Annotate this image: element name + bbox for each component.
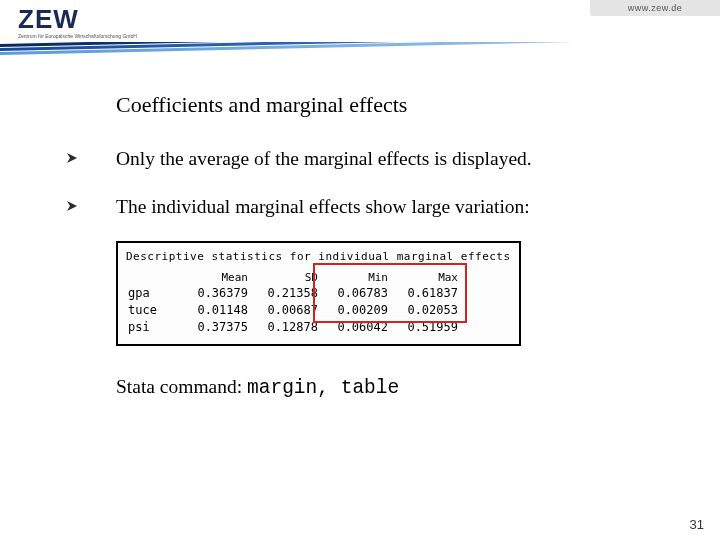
table-cell: 0.12878: [252, 319, 322, 336]
page-number: 31: [690, 517, 704, 532]
table-grid: Mean SD Min Max gpa 0.36379 0.21358 0.06…: [126, 270, 511, 336]
bullet-text: The individual marginal effects show lar…: [116, 194, 530, 220]
stats-table: Descriptive statistics for individual ma…: [116, 241, 521, 346]
table-header: [126, 270, 182, 285]
table-cell: 0.00687: [252, 302, 322, 319]
table-rowname: psi: [126, 319, 182, 336]
table-caption: Descriptive statistics for individual ma…: [126, 249, 511, 264]
table-cell: 0.02053: [392, 302, 462, 319]
table-rowname: tuce: [126, 302, 182, 319]
arrow-icon: [60, 146, 116, 164]
table-cell: 0.21358: [252, 285, 322, 302]
table-cell: 0.06042: [322, 319, 392, 336]
table-rowname: gpa: [126, 285, 182, 302]
table-cell: 0.61837: [392, 285, 462, 302]
table-cell: 0.01148: [182, 302, 252, 319]
table-cell: 0.51959: [392, 319, 462, 336]
table-cell: 0.36379: [182, 285, 252, 302]
table-header: SD: [252, 270, 322, 285]
stata-command-code: margin, table: [247, 377, 399, 399]
table-header: Mean: [182, 270, 252, 285]
bullet-text: Only the average of the marginal effects…: [116, 146, 532, 172]
arrow-icon: [60, 194, 116, 212]
table-cell: 0.00209: [322, 302, 392, 319]
header-url-text: www.zew.de: [628, 3, 683, 13]
header-url-bar: www.zew.de: [590, 0, 720, 16]
logo-block: ZEW Zentrum für Europäische Wirtschaftsf…: [18, 6, 137, 40]
logo-subtitle: Zentrum für Europäische Wirtschaftsforsc…: [18, 34, 137, 40]
slide-title: Coefficients and marginal effects: [116, 92, 676, 118]
stata-command-line: Stata command: margin, table: [116, 376, 676, 399]
slide: www.zew.de ZEW Zentrum für Europäische W…: [0, 0, 720, 540]
table-header: Max: [392, 270, 462, 285]
table-cell: 0.37375: [182, 319, 252, 336]
logo-text: ZEW: [18, 6, 137, 32]
table-header: Min: [322, 270, 392, 285]
table-cell: 0.06783: [322, 285, 392, 302]
slide-header: www.zew.de ZEW Zentrum für Europäische W…: [0, 0, 720, 56]
header-stripes: [0, 42, 720, 56]
slide-content: Coefficients and marginal effects Only t…: [116, 92, 676, 399]
bullet-item: The individual marginal effects show lar…: [60, 194, 676, 220]
bullet-item: Only the average of the marginal effects…: [60, 146, 676, 172]
footnote-prefix: Stata command:: [116, 376, 247, 397]
